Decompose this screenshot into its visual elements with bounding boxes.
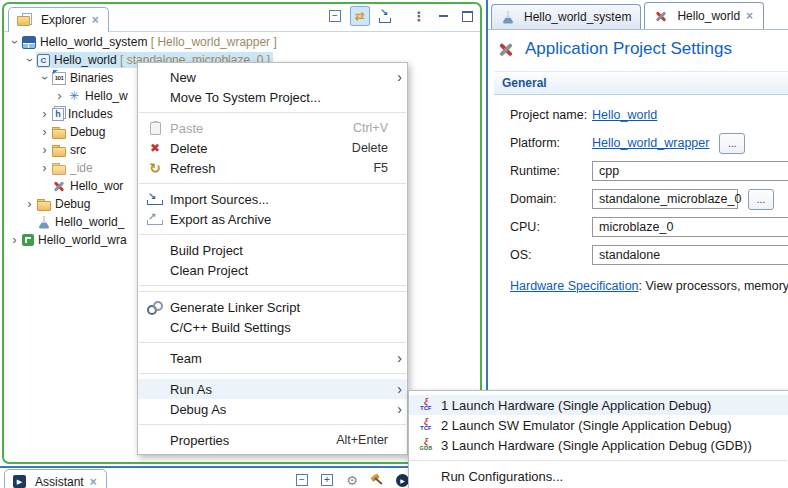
expander-icon[interactable]: › <box>8 234 21 246</box>
tab-hello-world-system[interactable]: Hello_world_system <box>491 4 641 29</box>
menu-separator <box>139 373 406 374</box>
tab-hello-world[interactable]: Hello_world× <box>644 2 764 29</box>
import-icon[interactable] <box>376 7 394 25</box>
settings-icon[interactable] <box>343 471 361 488</box>
tab-assistant[interactable]: Assistant × <box>4 469 107 488</box>
menu-item-run-configurations[interactable]: Run Configurations... <box>409 466 788 486</box>
menu-item-2-launch-sw-emulator-single-application-debug[interactable]: ξTCF2 Launch SW Emulator (Single Applica… <box>409 415 788 435</box>
menu-item-label: 2 Launch SW Emulator (Single Application… <box>441 418 732 433</box>
os-label: OS: <box>510 248 592 262</box>
menu-shortcut: Delete <box>352 141 390 155</box>
app-settings-icon <box>494 37 517 60</box>
tree-item-label: Hello_world_ <box>55 215 124 229</box>
menu-item-1-launch-hardware-single-application-debug[interactable]: ξTCF1 Launch Hardware (Single Applicatio… <box>409 395 788 415</box>
menu-item-import-sources[interactable]: Import Sources... <box>138 189 407 209</box>
tree-item-label: Hello_world <box>54 53 117 67</box>
expander-icon[interactable]: › <box>9 36 21 49</box>
expander-icon[interactable]: › <box>38 144 51 156</box>
menu-icon-spacer <box>415 468 437 484</box>
menu-item-run-as[interactable]: Run As› <box>138 379 407 399</box>
menu-item-export-as-archive[interactable]: Export as Archive <box>138 209 407 229</box>
tools-icon <box>654 9 668 23</box>
tree-item-label: Includes <box>68 107 113 121</box>
menu-item-refresh[interactable]: RefreshF5 <box>138 158 407 178</box>
menu-item-c-c-build-settings[interactable]: C/C++ Build Settings <box>138 317 407 337</box>
minimize-icon[interactable] <box>434 7 452 25</box>
expander-icon[interactable]: › <box>39 72 51 85</box>
project-name-label: Project name: <box>510 108 592 122</box>
menu-item-move-to-system-project[interactable]: Move To System Project... <box>138 87 407 107</box>
tree-item-hello-world-system[interactable]: ›Hello_world_system [ Hello_world_wrappe… <box>4 33 480 51</box>
menu-item-debug-as[interactable]: Debug As› <box>138 399 407 419</box>
expander-icon[interactable]: › <box>53 90 66 102</box>
tree-item-label: Debug <box>70 125 105 139</box>
expander-icon[interactable]: › <box>38 162 51 174</box>
menu-item-label: Paste <box>170 121 203 136</box>
menu-item-label: Import Sources... <box>170 192 269 207</box>
collapse-all-icon[interactable] <box>293 471 311 488</box>
menu-icon-spacer <box>144 432 166 448</box>
tcf-icon: ξTCF <box>415 397 437 413</box>
menu-item-new[interactable]: New› <box>138 67 407 87</box>
expander-icon[interactable]: › <box>23 198 36 210</box>
menu-item-clean-project[interactable]: Clean Project <box>138 260 407 280</box>
hardware-spec-text: : View processors, memory rang <box>639 279 788 293</box>
collapse-all-icon[interactable] <box>326 7 344 25</box>
expander-icon[interactable]: › <box>24 54 36 67</box>
menu-item-paste[interactable]: PasteCtrl+V <box>138 118 407 138</box>
menu-separator <box>139 291 406 292</box>
project-name-link[interactable]: Hello_world <box>592 108 657 122</box>
menu-icon-spacer <box>144 319 166 335</box>
flask-icon <box>37 215 51 229</box>
menu-item-3-launch-hardware-single-application-debug-gdb[interactable]: ξGDB3 Launch Hardware (Single Applicatio… <box>409 435 788 455</box>
menu-item-label: Run As <box>170 382 212 397</box>
menu-item-label: Delete <box>170 141 208 156</box>
platform-browse-button[interactable]: ... <box>719 133 745 154</box>
binaries-icon <box>52 72 66 85</box>
view-menu-icon[interactable] <box>410 7 428 25</box>
linker-icon <box>144 299 166 315</box>
menu-separator <box>139 112 406 113</box>
folder-icon <box>52 144 66 157</box>
maximize-icon[interactable] <box>458 7 476 25</box>
build-icon[interactable] <box>368 471 386 488</box>
tree-item-label: Hello_world_wra <box>38 233 127 247</box>
runtime-input[interactable]: cpp <box>592 161 788 181</box>
runtime-label: Runtime: <box>510 164 592 178</box>
menu-item-label: Build Project <box>170 243 243 258</box>
executable-icon <box>67 89 81 103</box>
menu-item-build-project[interactable]: Build Project <box>138 240 407 260</box>
link-with-editor-icon[interactable] <box>350 6 370 26</box>
tree-item-label: Hello_w <box>85 89 128 103</box>
expander-icon[interactable]: › <box>38 108 51 120</box>
explorer-folder-icon <box>17 13 32 27</box>
platform-link[interactable]: Hello_world_wrapper <box>592 136 709 150</box>
menu-shortcut: Ctrl+V <box>353 121 390 135</box>
domain-browse-button[interactable]: ... <box>748 189 774 210</box>
tree-item-label: Binaries <box>70 71 113 85</box>
domain-input[interactable]: standalone_microblaze_0 <box>592 189 738 209</box>
cpu-input[interactable]: microblaze_0 <box>592 217 788 237</box>
submenu-arrow-icon: › <box>390 351 402 365</box>
close-icon[interactable]: × <box>91 14 100 26</box>
menu-item-delete[interactable]: DeleteDelete <box>138 138 407 158</box>
expander-icon[interactable]: › <box>38 126 51 138</box>
close-icon[interactable]: × <box>745 10 754 22</box>
expand-all-icon[interactable] <box>318 471 336 488</box>
close-icon[interactable]: × <box>89 476 98 488</box>
cpu-label: CPU: <box>510 220 592 234</box>
menu-item-label: Generate Linker Script <box>170 300 300 315</box>
menu-item-label: Properties <box>170 433 229 448</box>
settings-page: Application Project Settings General Pro… <box>488 39 788 293</box>
assistant-tab-label: Assistant <box>35 475 84 488</box>
hardware-specification-link[interactable]: Hardware Specification <box>510 279 639 293</box>
general-section: General Project name: Hello_world Platfo… <box>494 71 788 293</box>
os-input[interactable]: standalone <box>592 245 788 265</box>
menu-item-generate-linker-script[interactable]: Generate Linker Script <box>138 297 407 317</box>
menu-item-properties[interactable]: PropertiesAlt+Enter <box>138 430 407 450</box>
tree-item-suffix: [ Hello_world_wrapper ] <box>147 35 276 49</box>
section-header: General <box>494 71 788 95</box>
tab-explorer[interactable]: Explorer × <box>8 7 109 32</box>
menu-item-team[interactable]: Team› <box>138 348 407 368</box>
domain-row: Domain: standalone_microblaze_0 ... <box>510 185 788 213</box>
